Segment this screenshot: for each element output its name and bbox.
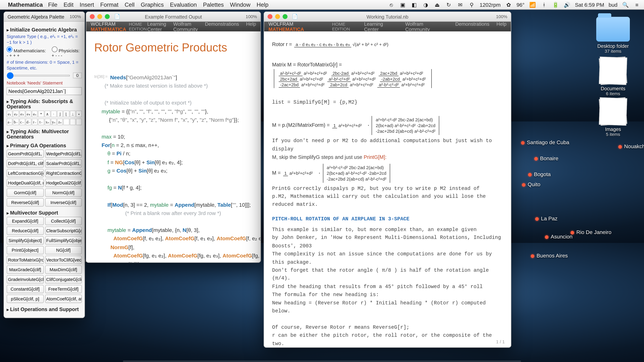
tray-icon[interactable]: ⏏ [434, 2, 441, 8]
operator-cell[interactable]: xₙ [44, 118, 50, 125]
nb1-code[interactable]: In[36]:=Needs["GeomAlg2021Jan`"] (* Make… [94, 65, 253, 262]
nb1-body[interactable]: Rotor Geometric Products In[36]:=Needs["… [86, 32, 260, 262]
link-help[interactable]: Help [496, 21, 506, 32]
menu-palettes[interactable]: Palettes [203, 1, 224, 8]
palette-op-button[interactable]: FreeTermG[clif] [45, 285, 82, 294]
time-dim-slider[interactable] [7, 74, 70, 76]
operator-cell[interactable]: c₋ [19, 118, 25, 125]
menu-edit[interactable]: Edit [64, 1, 74, 8]
palette-op-button[interactable]: DotPrdtG[clif1, clif2] [7, 159, 44, 168]
palette-op-button[interactable]: NormG[clif] [45, 188, 82, 197]
palette-op-button[interactable]: GeomPrdtG[clif1, clif2] [7, 150, 44, 158]
minimize-icon[interactable] [97, 14, 102, 19]
link-help[interactable]: Help [246, 21, 256, 32]
link-learning-center[interactable]: Learning Center [147, 21, 166, 32]
section-typing1[interactable]: Typing Aids: Subscripts & Operators [7, 98, 82, 109]
palette-op-button[interactable]: ReverseG[clif] [7, 198, 44, 207]
volume-icon[interactable]: 🔊 [564, 2, 571, 8]
zoom-icon[interactable] [105, 14, 110, 19]
palette-op-button[interactable]: HodgeDual2G[clif, n] [45, 179, 82, 187]
palette-op-button[interactable]: MaxGradeG[clif] [7, 266, 44, 274]
palette-op-button[interactable]: ConstantG[clif] [7, 285, 44, 294]
palette-op-button[interactable]: ClearSubscriptG[a] [45, 226, 82, 235]
operator-cell[interactable]: a₋ [7, 118, 12, 125]
palette-op-button[interactable]: InverseG[clif] [45, 198, 82, 207]
tray-icon[interactable]: ⚲ [468, 2, 475, 8]
operator-cell[interactable]: eₙ [32, 110, 38, 117]
operator-cell[interactable]: b₋ [13, 118, 19, 125]
palette-op-button[interactable]: WedgePrdtG[clif1, clif2] [45, 150, 82, 158]
operator-cell[interactable]: zₙ [57, 118, 63, 125]
tray-icon[interactable]: ▣ [399, 2, 406, 8]
menu-evaluation[interactable]: Evaluation [170, 1, 197, 8]
operator-cell[interactable] [64, 118, 69, 125]
tray-icon[interactable]: ◑ [422, 2, 429, 8]
menu-graphics[interactable]: Graphics [141, 1, 164, 8]
notification-icon[interactable]: ≡ [633, 2, 640, 8]
operator-cell[interactable]: ⌊ [64, 110, 69, 117]
tray-user[interactable]: bud [609, 2, 618, 8]
palette-op-button[interactable]: NG[clif] [45, 246, 82, 254]
palette-op-button[interactable]: MaxDimG[clif] [45, 266, 82, 274]
radio-physicists[interactable]: Physicists: + - - - [52, 46, 82, 58]
menu-window[interactable]: Window [230, 1, 250, 8]
palette-titlebar[interactable]: Geometric Algebra Palette 100% [4, 12, 84, 22]
operator-cell[interactable] [76, 118, 82, 125]
palette-op-button[interactable]: PrintG[object] [7, 246, 44, 254]
operator-cell[interactable]: · [51, 110, 56, 117]
menu-file[interactable]: File [48, 1, 57, 8]
tray-icon[interactable]: ◧ [411, 2, 418, 8]
operator-cell[interactable] [70, 118, 76, 125]
operator-cell[interactable]: r₋ [32, 118, 38, 125]
operator-cell[interactable]: yₙ [51, 118, 56, 125]
palette-op-button[interactable]: ReduceG[clif] [7, 226, 44, 235]
spotlight-icon[interactable]: 🔍 [622, 2, 629, 8]
link-wolfram-community[interactable]: Wolfram Community [405, 21, 448, 32]
desktop-images[interactable]: Images 5 items [591, 98, 635, 136]
operator-cell[interactable]: ⟂ [70, 110, 76, 117]
menu-format[interactable]: Format [100, 1, 118, 8]
operator-cell[interactable]: ∧ [44, 110, 50, 117]
palette-op-button[interactable]: ScalarPrdtG[clif1, clif2] [45, 159, 82, 168]
palette-op-button[interactable]: GradeInvoluteG[clif] [7, 275, 44, 284]
section-typing2[interactable]: Typing Aids: Multivector Generators [7, 129, 82, 140]
operator-cell[interactable]: e₂ [13, 110, 19, 117]
palette-op-button[interactable]: RotorToMatrixG[rotor] [7, 256, 44, 264]
desktop-folder[interactable]: Desktop folder 37 items [591, 17, 635, 54]
tray-icon[interactable]: ✉ [457, 2, 464, 8]
palette-op-button[interactable]: ClifConjugateG[clif] [45, 275, 82, 284]
zoom-icon[interactable] [283, 14, 288, 19]
operator-cell[interactable]: d₋ [26, 118, 31, 125]
palette-op-button[interactable]: VectorToClifG[vec] [45, 256, 82, 264]
section-init[interactable]: Initialize Geometric Algebra [7, 27, 82, 32]
tray-icon[interactable]: ↻ [445, 2, 452, 8]
close-icon[interactable] [268, 14, 272, 19]
palette-op-button[interactable]: AtomCoefG[clif, atom] [45, 294, 82, 303]
palette-op-button[interactable]: ExpandG[clif] [7, 217, 44, 225]
link-demonstrations[interactable]: Demonstrations [455, 21, 490, 32]
palette-op-button[interactable]: RightContractionG[clif1, clif2] [45, 169, 82, 178]
palette-op-button[interactable]: CollectG[clif] [45, 217, 82, 225]
link-demonstrations[interactable]: Demonstrations [205, 21, 239, 32]
operator-cell[interactable]: ⌋ [57, 110, 63, 117]
radio-mathematicians[interactable]: Mathematicians: - + + + [7, 46, 47, 58]
tray-clock[interactable]: Sat 6:59 PM [575, 2, 604, 8]
nb2-body[interactable]: Rotor r = a - d e₁ e₂ - c e₁ e₃ - b e₂ e… [264, 32, 511, 347]
menu-help[interactable]: Help [257, 1, 268, 8]
close-icon[interactable] [90, 14, 95, 19]
section-primary[interactable]: Primary GA Operations [7, 143, 82, 148]
palette-op-button[interactable]: SimplifyG[object] [7, 236, 44, 245]
tray-icon[interactable]: ✿ [505, 2, 512, 8]
app-name[interactable]: Mathematica [8, 1, 43, 8]
palette-op-button[interactable]: GormG[clif] [7, 188, 44, 197]
nb1-titlebar[interactable]: 📄 Example Formatted Ouput 100% [86, 12, 260, 22]
tray-icon[interactable]: ⎋ [388, 2, 395, 8]
link-learning-center[interactable]: Learning Center [364, 21, 398, 32]
nb2-titlebar[interactable]: 📄 Working Tutorial.nb 100% [264, 12, 511, 22]
operator-cell[interactable]: t₋ [38, 118, 44, 125]
palette-op-button[interactable]: HodgeDualG[clif, n] [7, 179, 44, 187]
operator-cell[interactable]: e₁ [7, 110, 12, 117]
section-list[interactable]: List Operations and Support [7, 306, 82, 312]
operator-cell[interactable]: ⋆ [76, 110, 82, 117]
menu-insert[interactable]: Insert [80, 1, 94, 8]
